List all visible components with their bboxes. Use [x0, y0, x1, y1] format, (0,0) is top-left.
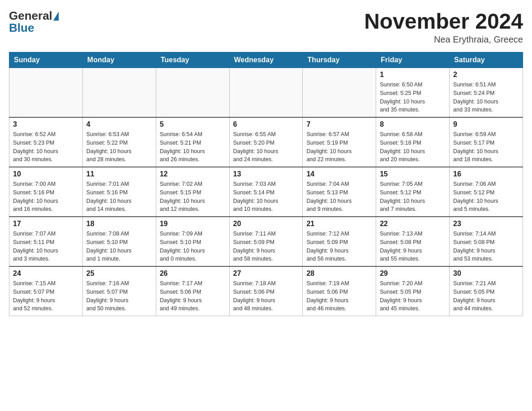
day-info: Sunrise: 6:58 AMSunset: 5:18 PMDaylight:…: [380, 130, 446, 164]
calendar-cell: 14Sunrise: 7:04 AMSunset: 5:13 PMDayligh…: [303, 167, 376, 217]
day-number: 3: [13, 120, 79, 128]
day-info: Sunrise: 6:59 AMSunset: 5:17 PMDaylight:…: [453, 130, 519, 164]
col-header-thursday: Thursday: [303, 52, 376, 68]
day-number: 17: [13, 220, 79, 228]
calendar-week-row: 24Sunrise: 7:15 AMSunset: 5:07 PMDayligh…: [9, 266, 523, 316]
calendar-cell: 10Sunrise: 7:00 AMSunset: 5:16 PMDayligh…: [9, 167, 83, 217]
day-number: 16: [453, 170, 519, 178]
calendar-cell: 5Sunrise: 6:54 AMSunset: 5:21 PMDaylight…: [156, 117, 229, 167]
col-header-wednesday: Wednesday: [229, 52, 303, 68]
day-number: 26: [160, 270, 226, 278]
day-number: 14: [306, 170, 372, 178]
day-info: Sunrise: 7:19 AMSunset: 5:06 PMDaylight:…: [306, 279, 372, 313]
calendar-cell: [82, 68, 156, 118]
calendar-cell: 12Sunrise: 7:02 AMSunset: 5:15 PMDayligh…: [156, 167, 229, 217]
calendar-cell: 23Sunrise: 7:14 AMSunset: 5:08 PMDayligh…: [450, 217, 523, 266]
col-header-monday: Monday: [82, 52, 156, 68]
page-header: General Blue November 2024 Nea Erythraia…: [9, 9, 523, 45]
day-number: 19: [160, 220, 226, 228]
day-info: Sunrise: 6:57 AMSunset: 5:19 PMDaylight:…: [306, 130, 372, 164]
col-header-tuesday: Tuesday: [156, 52, 229, 68]
day-info: Sunrise: 7:06 AMSunset: 5:12 PMDaylight:…: [453, 180, 519, 214]
calendar-week-row: 17Sunrise: 7:07 AMSunset: 5:11 PMDayligh…: [9, 217, 523, 266]
calendar-cell: 16Sunrise: 7:06 AMSunset: 5:12 PMDayligh…: [450, 167, 523, 217]
calendar-cell: 22Sunrise: 7:13 AMSunset: 5:08 PMDayligh…: [376, 217, 450, 266]
day-info: Sunrise: 6:54 AMSunset: 5:21 PMDaylight:…: [160, 130, 226, 164]
calendar-cell: 8Sunrise: 6:58 AMSunset: 5:18 PMDaylight…: [376, 117, 450, 167]
day-number: 15: [380, 170, 446, 178]
calendar-cell: 15Sunrise: 7:05 AMSunset: 5:12 PMDayligh…: [376, 167, 450, 217]
day-info: Sunrise: 7:00 AMSunset: 5:16 PMDaylight:…: [13, 180, 79, 214]
calendar-cell: 9Sunrise: 6:59 AMSunset: 5:17 PMDaylight…: [450, 117, 523, 167]
logo: General Blue: [9, 9, 59, 35]
calendar-header-row: SundayMondayTuesdayWednesdayThursdayFrid…: [9, 52, 523, 68]
calendar-cell: 29Sunrise: 7:20 AMSunset: 5:05 PMDayligh…: [376, 266, 450, 316]
day-info: Sunrise: 7:09 AMSunset: 5:10 PMDaylight:…: [160, 230, 226, 263]
day-number: 9: [453, 120, 519, 128]
calendar-cell: 17Sunrise: 7:07 AMSunset: 5:11 PMDayligh…: [9, 217, 83, 266]
calendar-cell: 30Sunrise: 7:21 AMSunset: 5:05 PMDayligh…: [450, 266, 523, 316]
day-number: 1: [380, 71, 446, 79]
day-number: 25: [86, 270, 152, 278]
col-header-sunday: Sunday: [9, 52, 83, 68]
day-number: 30: [453, 270, 519, 278]
col-header-friday: Friday: [376, 52, 450, 68]
day-number: 10: [13, 170, 79, 178]
day-number: 22: [380, 220, 446, 228]
calendar-cell: 24Sunrise: 7:15 AMSunset: 5:07 PMDayligh…: [9, 266, 83, 316]
day-number: 11: [86, 170, 152, 178]
calendar-cell: [9, 68, 83, 118]
day-info: Sunrise: 7:07 AMSunset: 5:11 PMDaylight:…: [13, 230, 79, 263]
calendar-cell: 2Sunrise: 6:51 AMSunset: 5:24 PMDaylight…: [450, 68, 523, 118]
day-info: Sunrise: 7:02 AMSunset: 5:15 PMDaylight:…: [160, 180, 226, 214]
calendar-cell: 3Sunrise: 6:52 AMSunset: 5:23 PMDaylight…: [9, 117, 83, 167]
day-number: 29: [380, 270, 446, 278]
day-info: Sunrise: 6:55 AMSunset: 5:20 PMDaylight:…: [233, 130, 299, 164]
calendar-cell: 27Sunrise: 7:18 AMSunset: 5:06 PMDayligh…: [229, 266, 303, 316]
day-info: Sunrise: 6:51 AMSunset: 5:24 PMDaylight:…: [453, 81, 519, 114]
calendar-cell: 19Sunrise: 7:09 AMSunset: 5:10 PMDayligh…: [156, 217, 229, 266]
day-number: 6: [233, 120, 299, 128]
day-number: 13: [233, 170, 299, 178]
day-number: 2: [453, 71, 519, 79]
day-info: Sunrise: 7:12 AMSunset: 5:09 PMDaylight:…: [306, 230, 372, 263]
calendar-cell: 18Sunrise: 7:08 AMSunset: 5:10 PMDayligh…: [82, 217, 156, 266]
day-number: 20: [233, 220, 299, 228]
day-info: Sunrise: 7:15 AMSunset: 5:07 PMDaylight:…: [13, 279, 79, 313]
logo-text-blue: Blue: [9, 21, 59, 35]
day-info: Sunrise: 7:17 AMSunset: 5:06 PMDaylight:…: [160, 279, 226, 313]
calendar-cell: 6Sunrise: 6:55 AMSunset: 5:20 PMDaylight…: [229, 117, 303, 167]
calendar-cell: 26Sunrise: 7:17 AMSunset: 5:06 PMDayligh…: [156, 266, 229, 316]
day-number: 18: [86, 220, 152, 228]
col-header-saturday: Saturday: [450, 52, 523, 68]
day-number: 8: [380, 120, 446, 128]
page-title: November 2024: [364, 9, 523, 34]
title-area: November 2024 Nea Erythraia, Greece: [364, 9, 523, 45]
calendar-week-row: 3Sunrise: 6:52 AMSunset: 5:23 PMDaylight…: [9, 117, 523, 167]
day-info: Sunrise: 7:11 AMSunset: 5:09 PMDaylight:…: [233, 230, 299, 263]
day-number: 28: [306, 270, 372, 278]
calendar-table: SundayMondayTuesdayWednesdayThursdayFrid…: [9, 52, 523, 316]
calendar-cell: 11Sunrise: 7:01 AMSunset: 5:16 PMDayligh…: [82, 167, 156, 217]
calendar-cell: 1Sunrise: 6:50 AMSunset: 5:25 PMDaylight…: [376, 68, 450, 118]
calendar-cell: [229, 68, 303, 118]
calendar-cell: 13Sunrise: 7:03 AMSunset: 5:14 PMDayligh…: [229, 167, 303, 217]
calendar-cell: 7Sunrise: 6:57 AMSunset: 5:19 PMDaylight…: [303, 117, 376, 167]
day-info: Sunrise: 7:03 AMSunset: 5:14 PMDaylight:…: [233, 180, 299, 214]
calendar-cell: [156, 68, 229, 118]
calendar-cell: 4Sunrise: 6:53 AMSunset: 5:22 PMDaylight…: [82, 117, 156, 167]
calendar-cell: 20Sunrise: 7:11 AMSunset: 5:09 PMDayligh…: [229, 217, 303, 266]
calendar-week-row: 10Sunrise: 7:00 AMSunset: 5:16 PMDayligh…: [9, 167, 523, 217]
calendar-cell: 25Sunrise: 7:16 AMSunset: 5:07 PMDayligh…: [82, 266, 156, 316]
calendar-cell: 21Sunrise: 7:12 AMSunset: 5:09 PMDayligh…: [303, 217, 376, 266]
day-number: 27: [233, 270, 299, 278]
day-number: 12: [160, 170, 226, 178]
logo-triangle-icon: [53, 12, 59, 21]
day-info: Sunrise: 7:16 AMSunset: 5:07 PMDaylight:…: [86, 279, 152, 313]
day-number: 23: [453, 220, 519, 228]
day-info: Sunrise: 7:18 AMSunset: 5:06 PMDaylight:…: [233, 279, 299, 313]
day-info: Sunrise: 7:08 AMSunset: 5:10 PMDaylight:…: [86, 230, 152, 263]
day-info: Sunrise: 7:01 AMSunset: 5:16 PMDaylight:…: [86, 180, 152, 214]
day-info: Sunrise: 6:53 AMSunset: 5:22 PMDaylight:…: [86, 130, 152, 164]
page-subtitle: Nea Erythraia, Greece: [364, 34, 523, 45]
